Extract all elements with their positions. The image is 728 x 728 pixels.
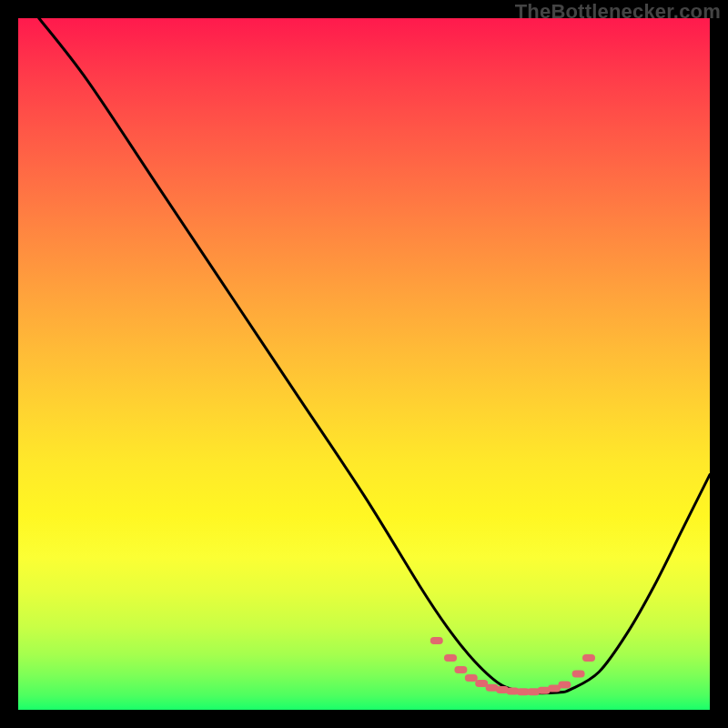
data-marker: [558, 682, 571, 689]
data-marker: [572, 671, 585, 678]
brand-logo: TheBottlenecker.com: [515, 0, 721, 24]
data-marker: [444, 654, 457, 662]
bottleneck-curve: [39, 18, 710, 693]
data-marker: [430, 637, 443, 644]
chart-canvas: TheBottlenecker.com: [0, 0, 728, 728]
data-marker: [465, 674, 478, 682]
data-markers: [430, 637, 595, 695]
data-marker: [582, 654, 595, 662]
chart-svg: [18, 18, 710, 710]
data-marker: [454, 666, 467, 673]
plot-area: [18, 18, 710, 710]
